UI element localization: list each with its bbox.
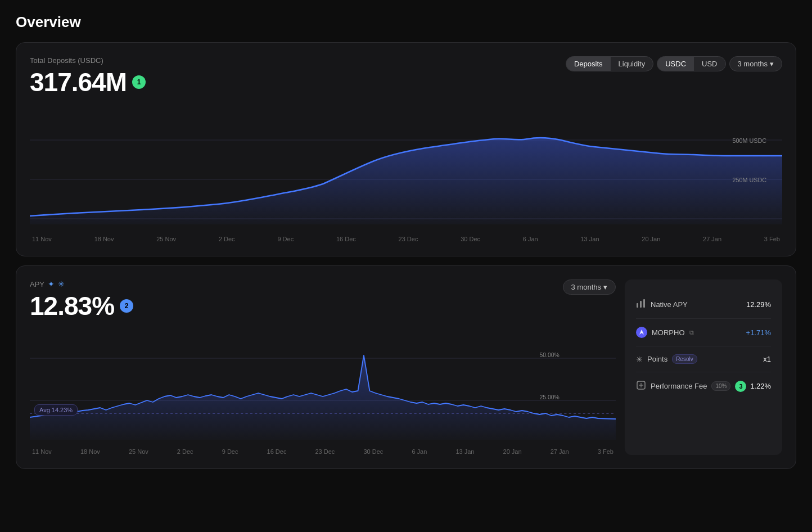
x-label-12: 3 Feb bbox=[764, 236, 780, 242]
apy-chart-section: APY ✦ ✳ 12.83% 2 3 months ▾ bbox=[30, 279, 616, 455]
performance-fee-label: Performance Fee bbox=[651, 382, 707, 390]
sparkle-icon-2: ✳ bbox=[58, 279, 65, 288]
x-label-6: 23 Dec bbox=[399, 236, 418, 242]
x-label-7: 30 Dec bbox=[461, 236, 480, 242]
morpho-icon bbox=[636, 327, 647, 338]
apy-x-0: 11 Nov bbox=[32, 448, 52, 455]
performance-fee-row: Performance Fee 10% 3 1.22% bbox=[636, 372, 771, 400]
bar-chart-icon bbox=[636, 299, 646, 310]
apy-x-3: 2 Dec bbox=[177, 448, 193, 455]
sparkle-icon-1: ✦ bbox=[48, 279, 55, 288]
deposits-chart: 500M USDC 250M USDC bbox=[30, 106, 782, 230]
fee-tag: 10% bbox=[711, 381, 730, 391]
apy-info-panel: Native APY 12.29% MORPHO ⧉ +1.71% bbox=[625, 279, 782, 455]
apy-card: APY ✦ ✳ 12.83% 2 3 months ▾ bbox=[16, 265, 796, 469]
x-label-3: 2 Dec bbox=[219, 236, 235, 242]
btn-usdc[interactable]: USDC bbox=[657, 57, 694, 71]
resolv-tag: Resolv bbox=[672, 354, 697, 364]
apy-x-1: 18 Nov bbox=[80, 448, 100, 455]
apy-x-5: 16 Dec bbox=[267, 448, 287, 455]
morpho-row: MORPHO ⧉ +1.71% bbox=[636, 319, 771, 346]
apy-value: 12.83% bbox=[30, 291, 114, 321]
apy-header-left: APY ✦ ✳ 12.83% 2 bbox=[30, 279, 133, 321]
apy-chart-wrapper: 50.00% 25.00% Avg 14.23% 11 Nov 18 Nov 2… bbox=[30, 330, 616, 455]
apy-x-10: 20 Jan bbox=[503, 448, 522, 455]
apy-badge: 2 bbox=[120, 299, 133, 313]
perf-icon bbox=[636, 380, 646, 392]
native-apy-value: 12.29% bbox=[746, 300, 771, 309]
apy-x-4: 9 Dec bbox=[222, 448, 238, 455]
deposits-label: Total Deposits (USDC) bbox=[30, 56, 146, 65]
x-label-0: 11 Nov bbox=[32, 236, 52, 242]
apy-x-8: 6 Jan bbox=[412, 448, 427, 455]
svg-rect-12 bbox=[643, 299, 645, 308]
x-label-5: 16 Dec bbox=[336, 236, 356, 242]
x-label-8: 6 Jan bbox=[523, 236, 538, 242]
x-label-9: 13 Jan bbox=[580, 236, 599, 242]
apy-period-btn[interactable]: 3 months ▾ bbox=[563, 279, 616, 295]
performance-fee-badge: 3 bbox=[735, 381, 746, 392]
svg-text:50.00%: 50.00% bbox=[540, 352, 560, 358]
native-apy-label: Native APY bbox=[651, 300, 688, 309]
svg-rect-11 bbox=[640, 301, 642, 308]
points-icon: ✳ bbox=[636, 355, 643, 364]
apy-x-6: 23 Dec bbox=[315, 448, 335, 455]
morpho-value: +1.71% bbox=[746, 328, 771, 337]
x-label-2: 25 Nov bbox=[156, 236, 176, 242]
apy-x-labels: 11 Nov 18 Nov 25 Nov 2 Dec 9 Dec 16 Dec … bbox=[30, 448, 616, 455]
deposits-period-btn[interactable]: 3 months ▾ bbox=[729, 56, 782, 71]
copy-icon[interactable]: ⧉ bbox=[689, 329, 694, 336]
avg-label: Avg 14.23% bbox=[34, 404, 78, 416]
svg-text:500M USDC: 500M USDC bbox=[732, 137, 766, 144]
deposits-chart-wrapper: 500M USDC 250M USDC 11 Nov 18 Nov 25 Nov… bbox=[30, 106, 782, 242]
x-label-1: 18 Nov bbox=[94, 236, 114, 242]
deposits-tab-group: Deposits Liquidity bbox=[566, 56, 653, 71]
apy-chart: 50.00% 25.00% Avg 14.23% bbox=[30, 330, 616, 443]
apy-x-11: 27 Jan bbox=[551, 448, 569, 455]
apy-label: APY bbox=[30, 280, 44, 288]
deposits-value: 317.64M bbox=[30, 67, 127, 97]
svg-text:250M USDC: 250M USDC bbox=[732, 177, 766, 183]
deposits-controls: Deposits Liquidity USDC USD 3 months ▾ bbox=[566, 56, 782, 71]
points-row: ✳ Points Resolv x1 bbox=[636, 346, 771, 372]
apy-x-12: 3 Feb bbox=[598, 448, 613, 455]
svg-text:25.00%: 25.00% bbox=[540, 394, 560, 400]
points-value: x1 bbox=[763, 355, 771, 363]
svg-rect-10 bbox=[637, 303, 638, 308]
deposits-header-left: Total Deposits (USDC) 317.64M 1 bbox=[30, 56, 146, 97]
apy-x-9: 13 Jan bbox=[455, 448, 474, 455]
points-label: Points bbox=[647, 355, 667, 363]
currency-tab-group: USDC USD bbox=[657, 56, 725, 71]
morpho-label: MORPHO bbox=[652, 328, 685, 337]
x-label-4: 9 Dec bbox=[277, 236, 294, 242]
native-apy-row: Native APY 12.29% bbox=[636, 291, 771, 319]
performance-fee-value: 1.22% bbox=[750, 382, 771, 390]
tab-deposits[interactable]: Deposits bbox=[566, 57, 611, 71]
tab-liquidity[interactable]: Liquidity bbox=[611, 57, 653, 71]
btn-usd[interactable]: USD bbox=[694, 57, 725, 71]
deposits-x-labels: 11 Nov 18 Nov 25 Nov 2 Dec 9 Dec 16 Dec … bbox=[30, 236, 782, 242]
x-label-10: 20 Jan bbox=[642, 236, 660, 242]
apy-x-7: 30 Dec bbox=[363, 448, 383, 455]
x-label-11: 27 Jan bbox=[703, 236, 721, 242]
page-title: Overview bbox=[16, 13, 796, 31]
apy-x-2: 25 Nov bbox=[129, 448, 148, 455]
deposits-badge: 1 bbox=[132, 75, 146, 89]
apy-header: APY ✦ ✳ 12.83% 2 3 months ▾ bbox=[30, 279, 616, 321]
deposits-card: Total Deposits (USDC) 317.64M 1 Deposits… bbox=[16, 42, 796, 256]
